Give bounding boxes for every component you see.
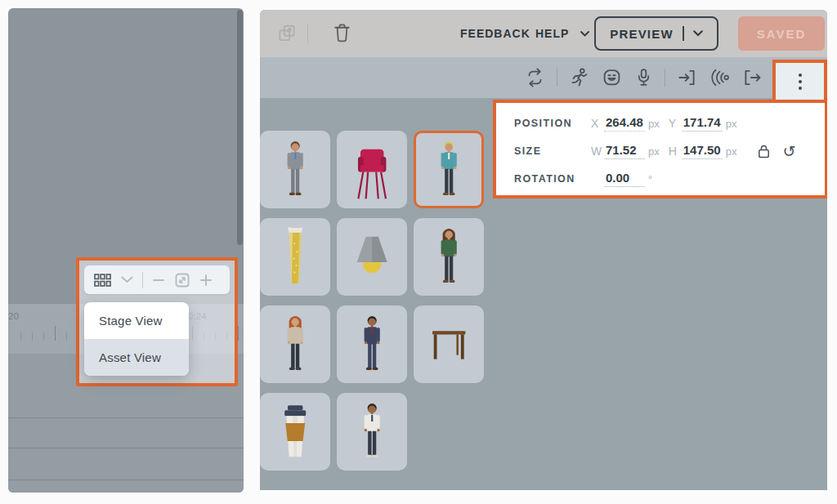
asset-view-panel: FEEDBACK HELP PREVIEW SAVED [260,10,827,490]
zoom-out-icon[interactable] [152,274,165,287]
asset-action-toolbar [260,57,827,98]
person-figure [275,136,316,204]
top-toolbar: FEEDBACK HELP PREVIEW SAVED [260,10,827,57]
person-figure [428,223,469,292]
asset-tile-ceiling-lamp[interactable] [337,218,407,296]
more-options-icon [799,74,802,90]
help-menu[interactable]: HELP [535,10,589,57]
x-position-input[interactable]: 264.48 [604,115,645,132]
menu-item-asset-view[interactable]: Asset View [84,339,189,376]
size-label: SIZE [514,145,591,157]
person-figure [275,310,316,379]
h-unit: px [726,145,737,158]
ruler-time-label: :20 [8,311,19,321]
asset-tile-woman-red-hair[interactable] [260,306,330,383]
w-unit: px [648,145,660,158]
table-figure [428,310,469,379]
chair-figure [351,136,392,204]
fit-to-screen-icon[interactable] [174,272,190,288]
audio-icon[interactable] [633,67,654,88]
position-row: POSITION X 264.48 px Y 171.74 px [514,109,825,137]
w-prefix: W [591,145,604,158]
asset-tile-chair-magenta[interactable] [337,131,407,208]
view-controls-highlight: Stage View Asset View [76,257,238,386]
asset-tile-man-navy-suit[interactable] [337,306,407,383]
coffee-cup-figure [275,398,316,466]
continuity-effect-icon[interactable] [709,67,731,88]
rotation-row: ROTATION 0.00 ° [514,165,825,193]
person-figure [428,136,469,204]
motion-icon[interactable] [568,67,590,88]
beer-glass-figure [275,223,316,292]
view-dropdown-menu: Stage View Asset View [84,302,189,376]
asset-tile-man-white-shirt[interactable] [337,393,407,471]
enter-effect-icon[interactable] [676,67,698,88]
track-divider [8,417,244,418]
person-figure [351,398,392,466]
delete-icon[interactable] [332,22,352,44]
button-divider [683,26,684,41]
y-position-input[interactable]: 171.74 [682,115,723,132]
lamp-figure [351,223,392,292]
toolbar-divider [142,272,143,288]
expression-icon[interactable] [601,67,623,88]
rotation-label: ROTATION [514,173,591,185]
asset-tile-man-gray-suit[interactable] [260,131,330,208]
x-prefix: X [591,117,604,130]
x-unit: px [648,118,660,130]
size-row: SIZE W 71.52 px H 147.50 px ↺ [514,137,825,165]
saved-button[interactable]: SAVED [738,16,825,51]
more-options-button[interactable] [772,60,827,103]
rotation-input[interactable]: 0.00 [604,171,645,187]
asset-tile-wood-table[interactable] [414,306,484,383]
chevron-down-icon [580,31,589,37]
y-prefix: Y [669,117,682,130]
position-label: POSITION [514,118,591,129]
zoom-view-toolbar [84,265,230,294]
asset-tile-beer-glass[interactable] [260,218,330,296]
track-divider [8,479,244,480]
zoom-in-icon[interactable] [199,274,213,287]
help-label: HELP [535,27,569,40]
exit-effect-icon[interactable] [741,67,763,88]
flip-icon[interactable] [524,67,546,88]
reset-size-icon[interactable]: ↺ [782,144,795,159]
asset-tile-woman-green-shirt[interactable] [414,218,484,296]
preview-button[interactable]: PREVIEW [594,16,718,51]
asset-grid [260,131,484,471]
toolbar-divider [665,69,665,87]
h-prefix: H [669,145,682,158]
grid-view-icon[interactable] [93,272,112,288]
lock-aspect-icon[interactable] [756,143,772,159]
toolbar-divider [557,69,557,87]
person-figure [351,310,392,379]
width-input[interactable]: 71.52 [604,143,645,159]
chevron-down-icon[interactable] [121,276,133,283]
stage-scrollbar[interactable] [237,10,243,245]
asset-properties-panel: POSITION X 264.48 px Y 171.74 px SIZE W … [493,100,827,198]
asset-tile-man-blond-cardigan[interactable] [414,131,484,208]
asset-tile-coffee-cup[interactable] [260,393,330,471]
preview-label: PREVIEW [610,27,674,41]
track-divider [8,448,244,448]
toolbar-divider [307,24,308,43]
chevron-down-icon[interactable] [693,30,703,37]
feedback-button[interactable]: FEEDBACK [460,10,530,57]
duplicate-icon[interactable] [276,23,298,44]
stage-timeline-panel: :20 0:24 [8,8,244,493]
menu-item-stage-view[interactable]: Stage View [84,302,189,339]
height-input[interactable]: 147.50 [682,143,723,159]
y-unit: px [726,118,737,130]
rotation-unit: ° [648,173,652,185]
